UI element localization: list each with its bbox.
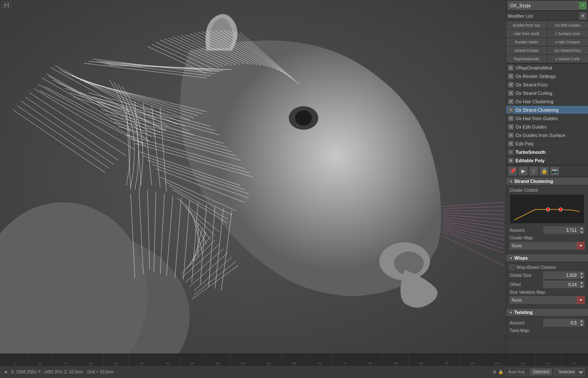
timeline-tick[interactable]: 20 [53,354,78,365]
twist-amount-spinner[interactable]: ▲▼ [579,319,585,327]
stack-item-turbosmooth[interactable]: ● TurboSmooth [506,148,588,156]
stack-item-edit-poly[interactable]: ● Edit Poly [506,139,588,148]
timeline-tick[interactable]: 30 [103,354,129,365]
timeline-tick[interactable]: 25 [78,354,103,365]
viewport-canvas [0,0,506,354]
stack-item-editable-poly[interactable]: ▣ Editable Poly [506,156,588,165]
tab-render-settin[interactable]: Render Settin [506,38,548,46]
stack-toolbar: 📌 ▶ ↕ 🔒 📷 [506,165,588,177]
main-area: [+] ✓ Modifier List ▼ Guides from Sur Ox… [0,0,588,354]
twisting-header[interactable]: ◄ Twisting [506,308,588,316]
nav-arrow[interactable]: ◄ [3,370,8,374]
amount-spinner[interactable]: ▲▼ [579,226,585,234]
tab-guides-from-sur[interactable]: Guides from Sur [506,21,548,29]
timeline-tick[interactable]: 75 [332,354,357,365]
offset-label: Offset [510,282,543,287]
curve-preview[interactable] [510,194,585,224]
timeline-tick[interactable]: 90 [408,354,434,365]
bottom-dropdown[interactable]: Selected [554,368,585,376]
timeline-tick[interactable]: 60 [256,354,281,365]
tab-surface-com[interactable]: x Surface Com [548,29,588,38]
cluster-map-row: Cluster Map: [510,236,585,240]
wisp-based-checkbox[interactable] [510,265,515,270]
size-variation-btn[interactable] [577,296,585,304]
tab-hair-clusterir[interactable]: x Hair Clusterir [548,38,588,46]
stack-item-strand-clustering[interactable]: ● Ox Strand Clustering [506,106,588,114]
stack-item-render-settings[interactable]: ● Ox Render Settings [506,72,588,80]
object-name-input[interactable] [508,1,578,10]
timeline-tick[interactable]: 120 [561,354,586,365]
timeline-tick[interactable]: 95 [434,354,459,365]
timeline-tick[interactable]: 100 [459,354,484,365]
stack-item-hair-from-guides[interactable]: ● Ox Hair from Guides [506,114,588,123]
size-variation-arrow-icon [579,298,583,302]
twist-amount-label: Amount: [510,321,543,325]
modifier-list-dropdown[interactable]: ▼ [580,13,586,19]
stack-item-edit-guides[interactable]: ● Ox Edit Guides [506,123,588,131]
lock-btn[interactable]: 🔒 [540,166,549,176]
selected-label: Selected [530,368,552,375]
svg-point-134 [546,208,550,211]
stack-item-strand-frizz[interactable]: ● Ox Strand Frizz [506,80,588,89]
auto-key-btn[interactable]: Auto Key [505,368,528,375]
offset-spinner[interactable]: ▲▼ [579,281,585,288]
tab-ox-edit-guides[interactable]: Ox Edit Guides [548,21,588,29]
timeline-tick[interactable]: 35 [129,354,154,365]
timeline-tick[interactable]: 105 [485,354,510,365]
icon-lock[interactable]: 🔒 [498,370,503,374]
modifier-stack: ● VRayOmatrixMod ● Ox Render Settings ● … [506,64,588,165]
timeline-tick[interactable]: 45 [180,354,205,365]
stack-icon-6: ● [508,115,514,121]
strand-clustering-header[interactable]: ◄ Strand Clustering [506,177,588,185]
timeline-tick[interactable]: 40 [154,354,180,365]
bottom-right: ⚙ 🔒 Auto Key Selected Selected [493,368,585,376]
timeline-tick[interactable]: 85 [383,354,408,365]
pin-btn[interactable]: 📌 [508,166,517,176]
tab-rayornatrixmo[interactable]: RayOrnatrixMo [506,55,548,63]
stack-item-vrayomatrix[interactable]: ● VRayOmatrixMod [506,64,588,72]
cluster-map-input[interactable] [510,242,577,249]
viewport-menu-btn[interactable]: [+] [2,2,11,8]
wisps-label: Wisps [514,255,528,260]
timeline-tick[interactable]: 15 [27,354,52,365]
confirm-btn[interactable]: ✓ [579,2,586,9]
tab-strand-frizz[interactable]: Ox Strand Frizz [548,46,588,54]
timeline-tick[interactable]: 115 [535,354,561,365]
wisps-header[interactable]: ◄ Wisps [506,254,588,262]
stack-label-7: Ox Edit Guides [516,124,586,129]
stack-item-guides-from-surface[interactable]: ● Ox Guides from Surface [506,131,588,139]
timeline-tick[interactable]: 65 [281,354,306,365]
tab-strand-curlir[interactable]: x Strand Curlir [548,55,588,63]
timeline[interactable]: 1015202530354045505560657075808590951001… [0,354,588,365]
tab-strand-cluster[interactable]: Strand Cluster [506,46,548,54]
twist-amount-input[interactable] [543,319,579,327]
cluster-control-row: Cluster Control [510,188,585,193]
timeline-tick[interactable]: 50 [205,354,230,365]
timeline-tick[interactable]: 55 [231,354,256,365]
cluster-map-btn[interactable] [577,242,585,249]
modifier-list-label: Modifier List [508,13,580,19]
timeline-tick[interactable]: 10 [2,354,27,365]
section-header-label: Strand Clustering [514,179,553,184]
timeline-tick[interactable]: 70 [307,354,332,365]
tab-hair-from-guid[interactable]: Hair from Guid [506,29,548,38]
global-size-spinner[interactable]: ▲▼ [579,271,585,279]
offset-input[interactable] [543,281,579,288]
arrow-btn[interactable]: ↕ [529,166,538,176]
wisp-based-label: Wisp-Based Clusters [516,265,556,270]
viewport[interactable]: [+] [0,0,506,354]
timeline-tick[interactable]: 110 [510,354,535,365]
twisting-label: Twisting [514,310,533,315]
amount-input[interactable] [543,226,579,234]
stack-label-5: Ox Strand Clustering [516,107,586,113]
global-size-input[interactable] [543,271,579,279]
size-variation-input[interactable] [510,296,577,304]
timeline-tick[interactable]: 80 [357,354,383,365]
modifier-tab-row-1: Guides from Sur Ox Edit Guides [506,21,588,29]
camera-btn[interactable]: 📷 [550,166,559,176]
icon-settings[interactable]: ⚙ [493,370,497,374]
cursor-btn[interactable]: ▶ [518,166,528,176]
stack-item-strand-curling[interactable]: ● Ox Strand Curling [506,89,588,97]
global-size-row: Global Size: ▲▼ [510,271,585,279]
stack-item-hair-clustering[interactable]: ● Ox Hair Clustering [506,97,588,106]
